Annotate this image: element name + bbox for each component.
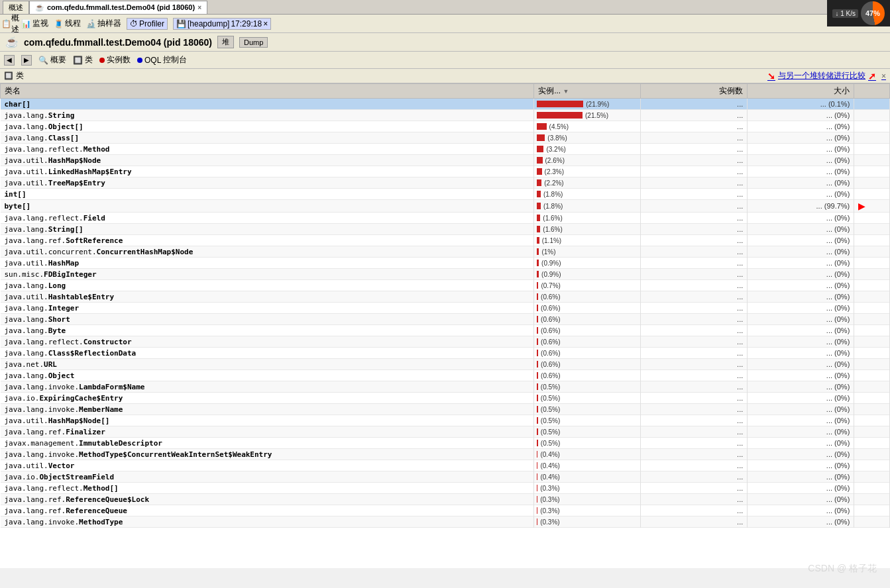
heapdump-close-btn[interactable]: × <box>263 19 268 28</box>
tab-overview[interactable]: 概述 <box>3 1 29 14</box>
subtoolbar-overview[interactable]: 🔍 概要 <box>38 54 66 66</box>
table-row[interactable]: java.util.Vector (0.4%) ...... (0%) <box>1 460 890 471</box>
cell-classname: java.util.TreeMap$Entry <box>1 177 534 189</box>
cell-extra <box>854 110 890 121</box>
cell-size: ... (0.1%) <box>748 99 854 110</box>
table-row[interactable]: java.util.concurrent.ConcurrentHashMap$N… <box>1 246 890 258</box>
table-row[interactable]: java.lang.invoke.MethodType (0.3%) .....… <box>1 516 890 528</box>
table-row[interactable]: java.lang.Short (0.6%) ...... (0%) <box>1 314 890 325</box>
table-row[interactable]: byte[] (1.8%) ...... (99.7%)▶ <box>1 200 890 213</box>
cell-size: ... (0%) <box>748 359 854 370</box>
dump-badge[interactable]: Dump <box>239 37 268 48</box>
monitor-toolbar-btn[interactable]: 📊 监视 <box>21 18 48 30</box>
table-row[interactable]: javax.management.ImmutableDescriptor (0.… <box>1 438 890 449</box>
table-row[interactable]: sun.misc.FDBigInteger (0.9%) ...... (0%) <box>1 269 890 280</box>
instance-bar <box>537 226 540 232</box>
table-row[interactable]: java.lang.reflect.Constructor (0.6%) ...… <box>1 336 890 348</box>
cell-instance-count: ... <box>641 258 748 269</box>
table-row[interactable]: java.lang.Object[] (4.5%) ...... (0%) <box>1 121 890 132</box>
compare-close-btn[interactable]: × <box>881 72 886 81</box>
table-row[interactable]: java.io.ObjectStreamField (0.4%) ...... … <box>1 471 890 483</box>
cell-extra <box>854 280 890 291</box>
cell-bar: (0.6%) <box>534 348 641 359</box>
table-row[interactable]: java.lang.invoke.LambdaForm$Name (0.5%) … <box>1 381 890 393</box>
cell-classname: java.lang.ref.SoftReference <box>1 235 534 246</box>
instance-bar <box>537 101 583 107</box>
cell-bar: (1.6%) <box>534 213 641 224</box>
instance-bar <box>537 428 538 435</box>
instance-bar <box>537 146 543 152</box>
tab-demo04[interactable]: ☕ com.qfedu.fmmall.test.Demo04 (pid 1806… <box>29 1 207 14</box>
table-row[interactable]: java.util.LinkedHashMap$Entry (2.3%) ...… <box>1 166 890 177</box>
table-row[interactable]: java.lang.ref.ReferenceQueue (0.3%) ....… <box>1 505 890 516</box>
cell-instance-count: ... <box>641 166 748 177</box>
table-row[interactable]: java.lang.Integer (0.6%) ...... (0%) <box>1 303 890 314</box>
table-row[interactable]: java.util.HashMap (0.9%) ...... (0%) <box>1 258 890 269</box>
table-row[interactable]: java.lang.invoke.MemberName (0.5%) .....… <box>1 404 890 415</box>
table-row[interactable]: java.io.ExpiringCache$Entry (0.5%) .....… <box>1 393 890 404</box>
profiler-icon: ⏱ <box>130 19 138 28</box>
overview-toolbar-btn[interactable]: 📋 概述 <box>4 18 16 30</box>
cell-size: ... (0%) <box>748 370 854 381</box>
profiler-label: Profiler <box>139 19 164 28</box>
instance-pct: (0.6%) <box>541 327 560 334</box>
network-speed: ↓ 1 K/s <box>832 9 858 18</box>
cell-bar: (1%) <box>534 246 641 258</box>
table-row[interactable]: int[] (1.8%) ...... (0%) <box>1 189 890 200</box>
cell-bar: (0.4%) <box>534 460 641 471</box>
subtoolbar-instances-label: 实例数 <box>107 54 131 66</box>
threads-toolbar-btn[interactable]: 🧵 线程 <box>54 18 81 30</box>
table-row[interactable]: java.lang.Object (0.6%) ...... (0%) <box>1 370 890 381</box>
col-classname[interactable]: 类名 <box>1 84 534 99</box>
table-row[interactable]: java.lang.Class$ReflectionData (0.6%) ..… <box>1 348 890 359</box>
table-row[interactable]: java.util.HashMap$Node (2.6%) ...... (0%… <box>1 155 890 166</box>
cell-extra <box>854 155 890 166</box>
table-row[interactable]: java.lang.Long (0.7%) ...... (0%) <box>1 280 890 291</box>
cell-classname: java.lang.String[] <box>1 224 534 235</box>
table-row[interactable]: java.lang.String[] (1.6%) ...... (0%) <box>1 224 890 235</box>
compare-link[interactable]: ➘ 与另一个堆转储进行比较 ➚ × <box>767 70 886 81</box>
cell-bar: (0.5%) <box>534 393 641 404</box>
cell-classname: java.lang.Class[] <box>1 132 534 144</box>
forward-button[interactable]: ▶ <box>21 55 32 66</box>
table-row[interactable]: java.lang.ref.Finalizer (0.5%) ...... (0… <box>1 426 890 438</box>
heapdump-toolbar-btn[interactable]: 💾 [heapdump] 17:29:18 × <box>173 18 271 30</box>
instance-pct: (0.5%) <box>541 383 560 391</box>
subtoolbar-class[interactable]: 🔲 类 <box>73 54 93 66</box>
cell-instance-count: ... <box>641 471 748 483</box>
title-bar: ☕ com.qfedu.fmmall.test.Demo04 (pid 1806… <box>0 33 890 52</box>
back-button[interactable]: ◀ <box>4 55 15 66</box>
cell-extra <box>854 381 890 393</box>
table-row[interactable]: java.lang.ref.SoftReference (1.1%) .....… <box>1 235 890 246</box>
class-table-container[interactable]: 类名 实例... ▼ 实例数 大小 char[] (21.9%) ...... … <box>0 83 890 568</box>
instance-bar <box>537 338 538 345</box>
tab-close-button[interactable]: × <box>197 4 201 11</box>
profiler-toolbar-btn[interactable]: ⏱ Profiler <box>127 18 168 30</box>
table-row[interactable]: java.util.HashMap$Node[] (0.5%) ...... (… <box>1 415 890 426</box>
sampler-toolbar-btn[interactable]: 🔬 抽样器 <box>86 18 121 30</box>
table-row[interactable]: java.lang.Byte (0.6%) ...... (0%) <box>1 325 890 336</box>
table-row[interactable]: char[] (21.9%) ...... (0.1%) <box>1 99 890 110</box>
instance-bar <box>537 134 545 141</box>
subtoolbar-instances[interactable]: 实例数 <box>99 54 131 66</box>
table-row[interactable]: java.lang.reflect.Method (3.2%) ...... (… <box>1 144 890 155</box>
cell-classname: java.lang.reflect.Method[] <box>1 483 534 494</box>
table-row[interactable]: java.util.TreeMap$Entry (2.2%) ...... (0… <box>1 177 890 189</box>
table-row[interactable]: java.net.URL (0.6%) ...... (0%) <box>1 359 890 370</box>
table-row[interactable]: java.lang.ref.ReferenceQueue$Lock (0.3%)… <box>1 494 890 505</box>
instance-bar <box>537 496 537 503</box>
cell-extra <box>854 336 890 348</box>
heap-badge[interactable]: 堆 <box>217 36 234 48</box>
table-row[interactable]: java.util.Hashtable$Entry (0.6%) ...... … <box>1 291 890 303</box>
table-row[interactable]: java.lang.reflect.Method[] (0.3%) ......… <box>1 483 890 494</box>
table-row[interactable]: java.lang.Class[] (3.8%) ...... (0%) <box>1 132 890 144</box>
col-instances[interactable]: 实例... ▼ <box>534 84 641 99</box>
table-row[interactable]: java.lang.String (21.5%) ...... (0%) <box>1 110 890 121</box>
cell-bar: (0.4%) <box>534 449 641 460</box>
cell-size: ... (0%) <box>748 516 854 528</box>
table-row[interactable]: java.lang.invoke.MethodType$ConcurrentWe… <box>1 449 890 460</box>
cell-extra <box>854 166 890 177</box>
table-row[interactable]: java.lang.reflect.Field (1.6%) ...... (0… <box>1 213 890 224</box>
subtoolbar-oql[interactable]: OQL 控制台 <box>137 54 187 66</box>
cell-classname: java.util.HashMap <box>1 258 534 269</box>
